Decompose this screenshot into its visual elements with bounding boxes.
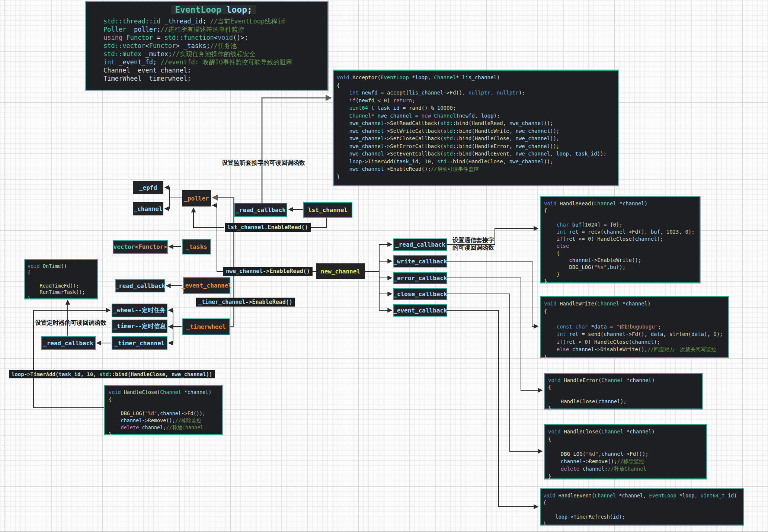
code-block-eventloop[interactable]: EventLoop loop;std::thread::id _thread_i… — [86, 1, 328, 90]
code-token: ( — [591, 201, 594, 206]
code-line: nwe_channel->SetCloseCallback(std::bind(… — [337, 135, 614, 142]
code-token — [337, 120, 349, 126]
node-close-callback[interactable]: _close_callback — [393, 288, 447, 300]
code-block-handleclose-right[interactable]: void HandleClose(Channel *channel){ DBG_… — [544, 424, 707, 479]
node-channel[interactable]: _channel — [133, 202, 163, 215]
code-block-handleevent[interactable]: void HandleEvent(Channel *channel, Event… — [540, 488, 744, 525]
code-token: void — [548, 377, 561, 383]
code-block-ontime[interactable]: void OnTime(){ ReadTimeFd(); RunTimerTas… — [25, 259, 98, 299]
code-token: nwe_channel — [515, 151, 550, 157]
connector[interactable] — [165, 198, 170, 209]
connector[interactable] — [212, 198, 234, 327]
code-token: :: — [453, 135, 459, 141]
code-token: ( — [465, 158, 468, 164]
code-token: EnableWrite — [597, 257, 632, 263]
node-poller[interactable]: _poller — [182, 190, 211, 206]
node-event-callback[interactable]: _event_callback — [393, 304, 447, 317]
code-token: std — [440, 120, 449, 126]
code-token: Channel* — [349, 113, 374, 119]
code-token: newfd — [459, 113, 475, 119]
code-token: (); — [70, 283, 79, 289]
code-token: * — [409, 74, 415, 80]
code-token: { — [544, 308, 547, 314]
annotation-listen-socket[interactable]: 设置监听套接字的可读回调函数 — [222, 159, 305, 167]
code-token: ; — [153, 58, 160, 66]
node-vector-functor[interactable]: vector<Functor> — [113, 240, 168, 254]
code-token: void — [543, 493, 556, 499]
code-token: ()>; — [233, 34, 248, 41]
code-token: ); — [619, 514, 625, 520]
code-token: HandleEvent — [475, 151, 509, 157]
connector[interactable] — [169, 310, 173, 327]
node-read-callback-timer[interactable]: _read_callback — [41, 336, 96, 350]
code-token: ()); — [193, 410, 206, 416]
code-token: EnableRead — [268, 224, 301, 231]
code-line: Channel* nwe_channel = new Channel(newfd… — [337, 112, 614, 120]
code-token: channel — [622, 493, 643, 499]
label-loop-timeradd[interactable]: loop->TimerAdd(task_id, 10, std::bind(Ha… — [9, 370, 215, 378]
annotation-comm-socket[interactable]: 设置通信套接字的可读回调函数 — [452, 237, 494, 251]
connector[interactable] — [447, 310, 538, 507]
node-tasks[interactable]: _tasks — [182, 239, 211, 254]
code-block-acceptor[interactable]: void Acceptor(EventLoop *loop, Channel* … — [333, 70, 618, 186]
code-token: //启动可读事件监控 — [431, 166, 479, 172]
code-token — [544, 257, 569, 263]
connector[interactable] — [212, 205, 223, 272]
code-block-handlewrite[interactable]: void HandleWrite(Channel *channel){ cons… — [540, 296, 729, 358]
annotation-timer-readcb[interactable]: 设置定时器的可读回调函数 — [35, 319, 106, 327]
node-read-callback-comm[interactable]: _read_callback — [393, 238, 447, 251]
code-block-handleread[interactable]: void HandleRead(Channel *channel){ char … — [540, 196, 700, 283]
label-lst-enableread[interactable]: lst_channel.EnableRead() — [225, 223, 311, 232]
code-token: -> — [24, 371, 31, 377]
label-nwe-enableread[interactable]: nwe_channel->EnableRead() — [223, 267, 313, 276]
code-block-handleerror[interactable]: void HandleError(Channel *channel){ Hand… — [544, 373, 703, 409]
code-token: } — [109, 432, 112, 438]
code-token: ( — [440, 135, 443, 141]
code-token — [543, 514, 556, 520]
node-timer[interactable]: _timer--定时信息 — [112, 320, 167, 333]
node-error-callback[interactable]: _error_callback — [393, 272, 447, 284]
code-line: char buf[1024] = {0}; — [544, 221, 696, 228]
node-epfd[interactable]: _epfd — [133, 181, 163, 194]
code-token: SetReadCallback — [390, 120, 437, 126]
code-token: , — [550, 151, 556, 157]
code-block-handleclose-left[interactable]: void HandleClose(Channel *channel){ DBG_… — [104, 385, 223, 435]
code-token: accept — [387, 90, 406, 96]
node-lst-channel[interactable]: lst_channel — [303, 202, 352, 218]
node-write-callback[interactable]: _write_callback — [393, 255, 447, 267]
node-timer-channel[interactable]: _timer_channel — [112, 336, 167, 350]
code-token: -> — [384, 166, 390, 172]
code-line — [28, 276, 93, 283]
node-new-channel[interactable]: new_channel — [316, 263, 365, 279]
node-read-callback-listen[interactable]: _read_callback — [234, 203, 287, 217]
node-read-callback-event[interactable]: _read_callback — [115, 279, 165, 292]
code-token: 1024 — [585, 222, 598, 228]
code-token: return — [393, 97, 412, 103]
connector[interactable] — [193, 208, 224, 228]
code-token: ( — [157, 389, 160, 395]
code-token — [544, 331, 557, 337]
code-token: -> — [384, 128, 390, 134]
code-token: * — [616, 201, 623, 206]
code-token — [28, 289, 40, 295]
label-timer-enableread[interactable]: _timer_channel->EnableRead() — [196, 298, 295, 307]
connector[interactable] — [262, 98, 331, 203]
node-event-channel[interactable]: _event_channel — [183, 277, 230, 294]
connector[interactable] — [169, 327, 173, 343]
code-token: bind — [459, 128, 472, 134]
node-timerwheel[interactable]: _timerwheel — [182, 318, 230, 335]
code-line — [109, 403, 218, 410]
connector[interactable] — [447, 294, 542, 451]
connector[interactable] — [447, 278, 542, 390]
code-token — [548, 466, 561, 472]
code-token: std — [444, 151, 453, 157]
code-token: } — [543, 521, 546, 527]
code-token: ( — [592, 493, 595, 499]
connector[interactable] — [165, 188, 183, 198]
code-token: , — [679, 229, 685, 235]
code-token — [28, 283, 40, 289]
code-token: Channel — [595, 493, 616, 499]
node-label: new_channel — [321, 268, 360, 275]
node-wheel[interactable]: _wheel--定时任务 — [112, 304, 167, 317]
code-token: nullptr — [497, 90, 519, 96]
